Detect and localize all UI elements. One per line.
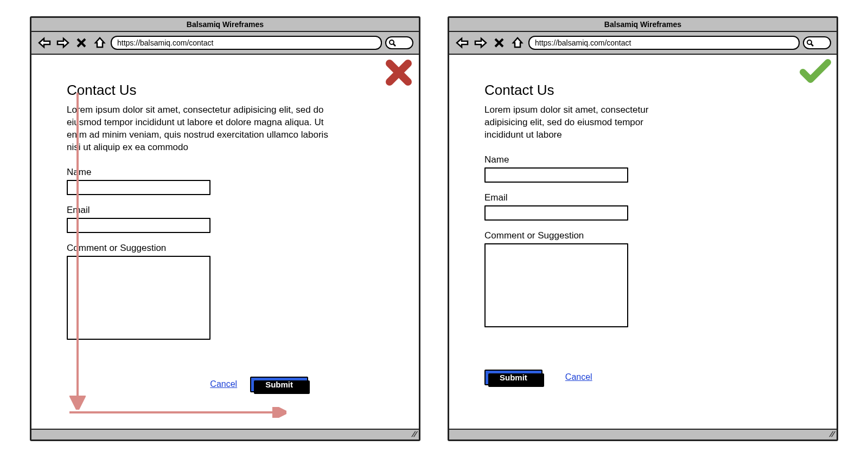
svg-point-4 [807,40,812,44]
page-content: Contact Us Lorem ipsum dolor sit amet, c… [449,55,837,429]
forward-icon[interactable] [473,35,488,50]
status-bar: // [449,429,837,439]
bad-example-icon [384,58,413,89]
stop-icon[interactable] [74,35,89,50]
comment-label: Comment or Suggestion [67,243,341,254]
name-input[interactable] [67,180,210,195]
search-icon [806,39,814,47]
comment-label: Comment or Suggestion [484,230,655,241]
svg-line-5 [811,44,813,46]
svg-point-0 [390,40,394,44]
back-icon[interactable] [455,35,470,50]
email-input[interactable] [67,218,210,233]
page-title: Contact Us [484,82,655,99]
intro-text: Lorem ipsum dolor sit amet, consectetur … [484,104,655,141]
search-icon [388,39,396,47]
name-label: Name [484,154,655,165]
browser-window-good: Balsamiq Wireframes https://balsamiq.com… [448,16,838,441]
name-label: Name [67,167,341,178]
browser-toolbar: https://balsamiq.com/contact [449,32,837,55]
contact-form: Contact Us Lorem ipsum dolor sit amet, c… [449,55,682,396]
page-title: Contact Us [67,82,341,99]
good-example-icon [800,58,831,86]
stop-icon[interactable] [492,35,507,50]
url-input[interactable]: https://balsamiq.com/contact [528,36,800,50]
name-input[interactable] [484,167,628,183]
cancel-button[interactable]: Cancel [210,379,237,389]
home-icon[interactable] [510,35,525,50]
email-input[interactable] [484,205,628,221]
comment-textarea[interactable] [67,256,210,340]
window-title: Balsamiq Wireframes [31,18,419,32]
form-actions: Cancel Submit [67,350,341,392]
browser-toolbar: https://balsamiq.com/contact [31,32,419,55]
submit-button[interactable]: Submit [484,370,542,385]
back-icon[interactable] [37,35,52,50]
search-oval[interactable] [803,36,831,49]
intro-text: Lorem ipsum dolor sit amet, consectetur … [67,104,341,154]
horizontal-arrow-icon [69,407,286,418]
browser-window-bad: Balsamiq Wireframes https://balsamiq.com… [30,16,420,441]
submit-button[interactable]: Submit [250,377,308,392]
url-input[interactable]: https://balsamiq.com/contact [111,36,382,50]
resize-grip-icon[interactable]: // [411,430,418,438]
form-actions: Submit Cancel [484,337,655,385]
email-label: Email [67,205,341,216]
window-title: Balsamiq Wireframes [449,18,837,32]
comment-textarea[interactable] [484,243,628,327]
search-oval[interactable] [385,36,413,49]
forward-icon[interactable] [55,35,71,50]
status-bar: // [31,429,419,439]
svg-line-1 [393,44,395,46]
home-icon[interactable] [92,35,107,50]
cancel-button[interactable]: Cancel [565,372,592,382]
resize-grip-icon[interactable]: // [829,430,835,438]
page-content: Contact Us Lorem ipsum dolor sit amet, c… [31,55,419,429]
email-label: Email [484,192,655,203]
contact-form: Contact Us Lorem ipsum dolor sit amet, c… [31,55,368,403]
